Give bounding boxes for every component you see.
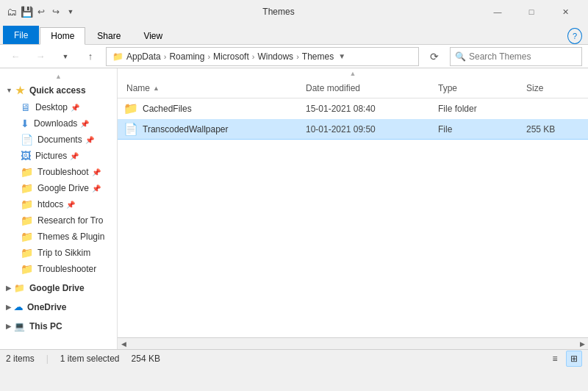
file-name-text: TranscodedWallpaper bbox=[143, 124, 229, 134]
pin-icon: 📌 bbox=[80, 120, 89, 128]
onedrive-label: OneDrive bbox=[27, 302, 66, 312]
save-icon[interactable]: 💾 bbox=[21, 6, 32, 18]
sidebar-item-troubleshooter-label: Troubleshooter bbox=[37, 264, 96, 274]
window-controls: — □ ✕ bbox=[481, 0, 582, 24]
collapse-arrow: ▶ bbox=[6, 284, 11, 292]
path-segment-windows[interactable]: Windows bbox=[257, 51, 293, 62]
col-size[interactable]: Size bbox=[523, 82, 582, 95]
sidebar-item-htdocs[interactable]: 📁 htdocs 📌 bbox=[0, 196, 117, 212]
sidebar-item-googledrive-qa[interactable]: 📁 Google Drive 📌 bbox=[0, 180, 117, 196]
research-folder-icon: 📁 bbox=[21, 215, 33, 226]
scroll-right-button[interactable]: ▶ bbox=[576, 338, 588, 349]
table-row[interactable]: 📁 CachedFiles 15-01-2021 08:40 File fold… bbox=[118, 98, 588, 119]
quick-access-label: Quick access bbox=[29, 85, 86, 96]
quick-access-header[interactable]: ▼ ★ Quick access bbox=[0, 82, 117, 99]
maximize-button[interactable]: □ bbox=[514, 0, 548, 24]
troubleshooter-folder-icon: 📁 bbox=[21, 263, 33, 275]
file-date-cell: 10-01-2021 09:50 bbox=[303, 124, 435, 134]
items-count: 2 items bbox=[6, 354, 35, 364]
thispc-section: ▶ 💻 This PC bbox=[0, 318, 117, 334]
minimize-button[interactable]: — bbox=[481, 0, 514, 24]
tab-file[interactable]: File bbox=[3, 26, 39, 44]
col-name[interactable]: Name ▲ bbox=[123, 82, 303, 95]
content-area: ▲ Name ▲ Date modified Type Size bbox=[118, 68, 588, 349]
sidebar-item-research[interactable]: 📁 Research for Tro bbox=[0, 212, 117, 229]
details-view-button[interactable]: ≡ bbox=[547, 351, 563, 367]
file-name-cell: 📁 CachedFiles bbox=[123, 101, 303, 115]
collapse-arrow: ▼ bbox=[6, 87, 12, 94]
selected-info: 1 item selected bbox=[60, 354, 120, 364]
recent-locations-button[interactable]: ▼ bbox=[56, 47, 75, 66]
file-icon: 📄 bbox=[123, 122, 138, 136]
googledrive-icon: 📁 bbox=[14, 283, 25, 293]
downloads-icon: ⬇ bbox=[21, 118, 29, 129]
sidebar-item-troubleshoot[interactable]: 📁 Troubleshoot 📌 bbox=[0, 164, 117, 180]
title-bar: 🗂 💾 ↩ ↪ ▼ Themes — □ ✕ bbox=[0, 0, 588, 24]
view-controls: ≡ ⊞ bbox=[547, 351, 582, 367]
back-button[interactable]: ← bbox=[6, 47, 25, 66]
scroll-up-indicator: ▲ bbox=[0, 71, 117, 82]
title-bar-icons: 🗂 💾 ↩ ↪ ▼ bbox=[6, 6, 76, 18]
tab-share[interactable]: Share bbox=[86, 27, 132, 44]
file-date-cell: 15-01-2021 08:40 bbox=[303, 104, 435, 114]
horizontal-scrollbar[interactable]: ◀ ▶ bbox=[118, 337, 588, 349]
desktop-icon: 🖥 bbox=[21, 101, 31, 113]
file-name-text: CachedFiles bbox=[143, 104, 192, 114]
tab-home[interactable]: Home bbox=[40, 27, 85, 45]
path-segment-appdata[interactable]: AppData bbox=[126, 51, 161, 62]
tab-view[interactable]: View bbox=[132, 27, 173, 44]
search-icon: 🔍 bbox=[455, 51, 466, 62]
scroll-left-button[interactable]: ◀ bbox=[118, 338, 129, 349]
google-drive-label: Google Drive bbox=[29, 283, 85, 293]
pin-icon: 📌 bbox=[66, 201, 75, 209]
google-drive-header[interactable]: ▶ 📁 Google Drive bbox=[0, 280, 117, 296]
sidebar-item-documents[interactable]: 📄 Documents 📌 bbox=[0, 132, 117, 148]
collapse-arrow: ▶ bbox=[6, 304, 11, 311]
sidebar-item-trip[interactable]: 📁 Trip to Sikkim bbox=[0, 245, 117, 261]
file-list: Name ▲ Date modified Type Size 📁 CachedF… bbox=[118, 79, 588, 337]
sidebar-item-htdocs-label: htdocs bbox=[37, 199, 63, 209]
col-date[interactable]: Date modified bbox=[303, 82, 435, 95]
path-segment-roaming[interactable]: Roaming bbox=[169, 51, 204, 62]
status-bar: 2 items | 1 item selected 254 KB ≡ ⊞ bbox=[0, 349, 588, 367]
close-button[interactable]: ✕ bbox=[548, 0, 582, 24]
forward-button[interactable]: → bbox=[31, 47, 50, 66]
documents-icon: 📄 bbox=[21, 134, 33, 146]
redo-icon[interactable]: ↪ bbox=[50, 6, 62, 18]
file-type-cell: File bbox=[435, 124, 523, 134]
undo-icon[interactable]: ↩ bbox=[35, 6, 47, 18]
onedrive-header[interactable]: ▶ ☁ OneDrive bbox=[0, 299, 117, 315]
search-box[interactable]: 🔍 bbox=[450, 47, 582, 66]
refresh-button[interactable]: ⟳ bbox=[425, 47, 444, 66]
sidebar-item-themes-plugin[interactable]: 📁 Themes & Plugin bbox=[0, 229, 117, 245]
ribbon-tabs: File Home Share View ? bbox=[0, 24, 588, 44]
large-icons-view-button[interactable]: ⊞ bbox=[566, 351, 582, 367]
path-segment-microsoft[interactable]: Microsoft bbox=[213, 51, 249, 62]
help-button[interactable]: ? bbox=[567, 28, 582, 44]
sidebar-item-research-label: Research for Tro bbox=[37, 215, 103, 226]
quick-access-section: ▼ ★ Quick access 🖥 Desktop 📌 ⬇ Downloads… bbox=[0, 82, 117, 277]
sidebar-item-troubleshooter[interactable]: 📁 Troubleshooter bbox=[0, 261, 117, 277]
sidebar-item-downloads[interactable]: ⬇ Downloads 📌 bbox=[0, 115, 117, 132]
search-input[interactable] bbox=[469, 51, 579, 62]
scroll-track[interactable] bbox=[129, 338, 576, 349]
address-bar[interactable]: 📁 AppData › Roaming › Microsoft › Window… bbox=[106, 47, 419, 66]
trip-folder-icon: 📁 bbox=[21, 247, 33, 259]
col-type[interactable]: Type bbox=[435, 82, 523, 95]
sidebar-item-trip-label: Trip to Sikkim bbox=[37, 248, 90, 258]
file-name-cell: 📄 TranscodedWallpaper bbox=[123, 122, 303, 136]
path-segment-themes[interactable]: Themes bbox=[302, 51, 334, 62]
path-dropdown-arrow[interactable]: ▼ bbox=[338, 52, 345, 60]
sidebar-item-googledrive-qa-label: Google Drive bbox=[37, 183, 89, 193]
sidebar-item-pictures-label: Pictures bbox=[35, 151, 67, 161]
pin-icon: 📌 bbox=[92, 168, 101, 176]
thispc-header[interactable]: ▶ 💻 This PC bbox=[0, 318, 117, 334]
size-info: 254 KB bbox=[132, 354, 160, 364]
table-row[interactable]: 📄 TranscodedWallpaper 10-01-2021 09:50 F… bbox=[118, 119, 588, 140]
onedrive-icon: ☁ bbox=[14, 302, 23, 312]
thispc-icon: 💻 bbox=[14, 321, 25, 331]
sidebar-item-pictures[interactable]: 🖼 Pictures 📌 bbox=[0, 148, 117, 164]
customize-qat-icon[interactable]: ▼ bbox=[65, 6, 76, 18]
up-button[interactable]: ↑ bbox=[81, 47, 100, 66]
sidebar-item-desktop[interactable]: 🖥 Desktop 📌 bbox=[0, 99, 117, 115]
